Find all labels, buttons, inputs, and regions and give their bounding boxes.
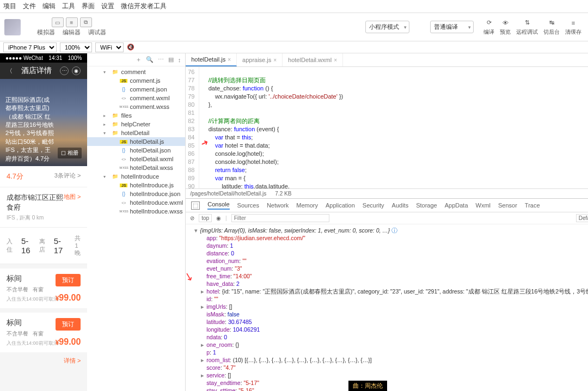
toolbar-action[interactable]: ⟳编译 <box>483 19 494 36</box>
debugger-toggle-icon[interactable]: ⧉ <box>80 17 92 27</box>
devtools-tab[interactable]: Sources <box>237 202 259 209</box>
file-item[interactable]: JShotelIntroduce.js <box>87 181 185 190</box>
network-select[interactable]: WiFi <box>95 42 124 52</box>
menu-item[interactable]: 编辑 <box>42 2 56 11</box>
level-select[interactable]: Default levels <box>576 214 588 222</box>
hero-image[interactable]: 正熙国际酒店(成都春熙太古里店)（成都 锦江区 红星路三段16号地铁2号线，3号… <box>0 79 87 166</box>
context-select[interactable]: top <box>199 214 212 222</box>
file-item[interactable]: ᴡxsshotelDetail.wxss <box>87 163 185 172</box>
js-icon: JS <box>120 140 127 144</box>
date-picker[interactable]: 入住 5-16 离店 5-17 共 1晚 <box>0 228 87 264</box>
menu-item[interactable]: 界面 <box>82 2 95 11</box>
toolbar-action[interactable]: ⇅远程调试 <box>516 19 538 36</box>
book-button[interactable]: 预订 <box>56 274 81 286</box>
back-icon[interactable]: 〈 <box>7 67 13 75</box>
more-icon[interactable]: ⋯ <box>60 66 69 75</box>
toolbar-action[interactable]: ≡清缓存 <box>565 19 581 36</box>
collapse-icon[interactable]: ↕ <box>178 57 181 63</box>
devtools-tab[interactable]: Wxml <box>476 202 491 209</box>
devtools-tab[interactable]: AppData <box>445 202 468 209</box>
editor-tabs: hotelDetail.js×appraise.js×hotelDetail.w… <box>186 53 588 67</box>
folder-icon: 📁 <box>111 69 119 75</box>
target-icon[interactable]: ◉ <box>72 66 81 75</box>
search-icon[interactable]: 🔍 <box>146 56 154 63</box>
address-block[interactable]: 地图 > 成都市锦江区正熙食府 IFS , 距离 0 km <box>0 187 87 228</box>
more-icon[interactable]: ⋯ <box>158 56 164 63</box>
toolbar-action[interactable]: 👁预览 <box>500 19 511 36</box>
devtools-tab[interactable]: Memory <box>296 202 318 209</box>
map-link[interactable]: 地图 > <box>64 193 81 201</box>
file-item[interactable]: ᴡxsshotelIntroduce.wxss <box>87 207 185 216</box>
file-item[interactable]: ▾📁comment <box>87 68 185 76</box>
editor-tab[interactable]: hotelDetail.js× <box>186 53 237 66</box>
file-item[interactable]: ▾📁hotelIntroduce <box>87 172 185 181</box>
book-button[interactable]: 预订 <box>56 318 81 331</box>
file-item[interactable]: JShotelDetail.js <box>87 137 185 146</box>
menu-item[interactable]: 文件 <box>23 2 36 11</box>
file-item[interactable]: <>comment.wxml <box>87 94 185 102</box>
devtools-tab[interactable]: Storage <box>416 202 437 209</box>
file-item[interactable]: {}comment.json <box>87 85 185 94</box>
file-item[interactable]: <>hotelDetail.wxml <box>87 155 185 163</box>
clear-console-icon[interactable]: ⊘ <box>190 215 194 221</box>
file-item[interactable]: <>hotelIntroduce.wxml <box>87 198 185 207</box>
editor-tab[interactable]: hotelDetail.wxml× <box>283 53 343 66</box>
menubar[interactable]: 项目文件编辑工具界面设置微信开发者工具 <box>0 0 588 13</box>
menu-item[interactable]: 项目 <box>3 2 16 11</box>
devtools-tab[interactable]: Trace <box>525 202 540 209</box>
code-area[interactable]: 76777879808182838485868788899091929394 /… <box>186 67 588 188</box>
devtools-tab[interactable]: Security <box>363 202 384 209</box>
devtools-tab[interactable]: Audits <box>392 202 409 209</box>
devtools-tab[interactable]: Console <box>207 201 229 210</box>
file-item[interactable]: ▸📁files <box>87 111 185 120</box>
close-icon[interactable]: × <box>228 57 231 63</box>
file-item[interactable]: JScomment.js <box>87 76 185 85</box>
room-card[interactable]: 标间 不含早餐 有窗 入住当天14:00前可取消 预订 99.00 <box>0 313 87 352</box>
inspect-icon[interactable]: ⬚ <box>191 201 200 210</box>
nights-label: 共 1晚 <box>75 234 81 257</box>
file-item[interactable]: ▸📁helpCneter <box>87 120 185 129</box>
close-icon[interactable]: × <box>334 57 337 63</box>
menu-item[interactable]: 微信开发者工具 <box>121 2 167 11</box>
detail-link[interactable]: 详情 > <box>0 352 87 369</box>
checkout-date: 5-17 <box>54 236 63 255</box>
远程调试-icon: ⇅ <box>522 19 532 27</box>
js-icon: JS <box>120 79 127 83</box>
editor-tab[interactable]: appraise.js× <box>237 53 283 66</box>
devtools-tab[interactable]: Sensor <box>498 202 517 209</box>
carrier-label: ●●●●● WeChat <box>5 55 43 61</box>
add-file-icon[interactable]: ＋ <box>136 56 142 64</box>
wxml-icon: <> <box>120 201 127 205</box>
gallery-button[interactable]: ☐ 相册 <box>58 148 82 158</box>
line-gutter: 76777879808182838485868788899091929394 <box>186 67 199 188</box>
menu-item[interactable]: 工具 <box>62 2 75 11</box>
file-item[interactable]: ▾📁hotelDetail <box>87 129 185 137</box>
mute-icon[interactable]: 🔇 <box>127 44 134 51</box>
清缓存-icon: ≡ <box>568 19 579 27</box>
code-lines[interactable]: //跳转到选择日期页面 date_chose: function () { wx… <box>199 67 345 188</box>
close-icon[interactable]: × <box>273 57 277 63</box>
devtools-tab[interactable]: Network <box>267 202 289 209</box>
file-item[interactable]: {}hotelDetail.json <box>87 146 185 155</box>
device-select[interactable]: iPhone 7 Plus <box>3 42 57 52</box>
devtools-tab[interactable]: Application <box>326 202 355 209</box>
editor-toggle-icon[interactable]: ≡ <box>66 17 78 27</box>
simulator-label: 模拟器 <box>37 28 55 36</box>
reviews-link[interactable]: 3条评论 > <box>54 172 81 181</box>
simulator-toggle-icon[interactable]: ▭ <box>52 17 64 27</box>
wxss-icon: ᴡxss <box>120 105 127 109</box>
file-item[interactable]: ᴡxsscomment.wxss <box>87 102 185 111</box>
address-sub: IFS , 距离 0 km <box>7 214 81 222</box>
compile-select[interactable]: 普通编译 <box>430 21 474 33</box>
menu-item[interactable]: 设置 <box>101 2 114 11</box>
eye-icon[interactable]: ◉ <box>216 215 221 221</box>
toolbar-action[interactable]: ↹切后台 <box>543 19 560 36</box>
mode-select[interactable]: 小程序模式 <box>365 21 409 33</box>
file-item[interactable]: {}hotelIntroduce.json <box>87 190 185 198</box>
split-icon[interactable]: ▤ <box>168 56 174 63</box>
room-card[interactable]: 标间 不含早餐 有窗 入住当天14:00前可取消 预订 99.00 <box>0 268 87 308</box>
filter-input[interactable] <box>231 214 329 222</box>
zoom-select[interactable]: 100% <box>60 42 92 52</box>
console-output[interactable]: ↘ ↘ ▾{imgUrls: Array(0), isMask: false, … <box>186 224 588 391</box>
nav-bar: 〈 酒店详情 ⋯ ◉ <box>0 63 87 79</box>
